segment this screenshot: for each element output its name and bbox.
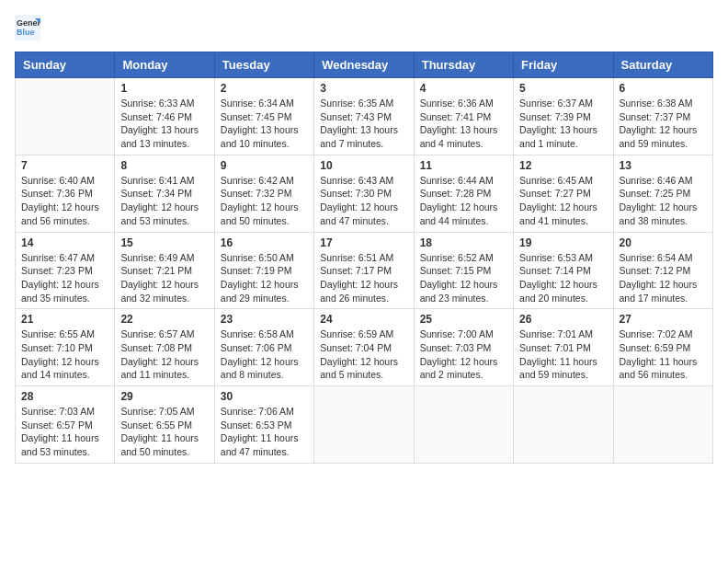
day-info: Sunrise: 6:59 AM Sunset: 7:04 PM Dayligh… [320,327,407,382]
day-info: Sunrise: 6:40 AM Sunset: 7:36 PM Dayligh… [21,174,108,228]
day-info: Sunrise: 6:41 AM Sunset: 7:34 PM Dayligh… [120,174,208,228]
day-info: Sunrise: 6:58 AM Sunset: 7:06 PM Dayligh… [221,327,308,382]
day-of-week-friday: Friday [514,52,613,78]
calendar-cell: 15Sunrise: 6:49 AM Sunset: 7:21 PM Dayli… [115,232,214,309]
day-info: Sunrise: 6:36 AM Sunset: 7:41 PM Dayligh… [420,97,507,151]
day-of-week-monday: Monday [115,52,214,78]
calendar-cell [414,386,513,464]
calendar-cell: 13Sunrise: 6:46 AM Sunset: 7:25 PM Dayli… [613,155,712,232]
day-info: Sunrise: 6:49 AM Sunset: 7:21 PM Dayligh… [120,251,208,305]
calendar-cell [514,386,613,464]
svg-text:Blue: Blue [17,28,35,37]
calendar-cell: 5Sunrise: 6:37 AM Sunset: 7:39 PM Daylig… [514,78,613,155]
day-number: 29 [120,390,208,403]
calendar-cell: 17Sunrise: 6:51 AM Sunset: 7:17 PM Dayli… [314,232,414,309]
calendar-cell: 7Sunrise: 6:40 AM Sunset: 7:36 PM Daylig… [16,155,115,232]
day-info: Sunrise: 6:42 AM Sunset: 7:32 PM Dayligh… [221,174,308,228]
day-number: 5 [519,82,607,95]
calendar-cell: 1Sunrise: 6:33 AM Sunset: 7:46 PM Daylig… [115,78,214,155]
day-info: Sunrise: 6:44 AM Sunset: 7:28 PM Dayligh… [420,174,507,228]
calendar-cell: 12Sunrise: 6:45 AM Sunset: 7:27 PM Dayli… [514,155,613,232]
day-info: Sunrise: 7:01 AM Sunset: 7:01 PM Dayligh… [519,327,607,382]
day-number: 7 [21,159,108,172]
day-info: Sunrise: 6:54 AM Sunset: 7:12 PM Dayligh… [620,251,707,305]
calendar-cell: 14Sunrise: 6:47 AM Sunset: 7:23 PM Dayli… [16,232,115,309]
calendar-cell: 8Sunrise: 6:41 AM Sunset: 7:34 PM Daylig… [115,155,214,232]
day-info: Sunrise: 6:37 AM Sunset: 7:39 PM Dayligh… [519,97,607,151]
day-of-week-wednesday: Wednesday [314,52,414,78]
day-info: Sunrise: 6:51 AM Sunset: 7:17 PM Dayligh… [320,251,407,305]
day-number: 9 [221,159,308,172]
calendar-cell: 16Sunrise: 6:50 AM Sunset: 7:19 PM Dayli… [214,232,313,309]
calendar-cell [16,78,115,155]
page-header: General Blue [15,15,713,40]
calendar-week-1: 1Sunrise: 6:33 AM Sunset: 7:46 PM Daylig… [16,78,713,155]
day-info: Sunrise: 6:46 AM Sunset: 7:25 PM Dayligh… [620,174,707,228]
calendar-week-3: 14Sunrise: 6:47 AM Sunset: 7:23 PM Dayli… [16,232,713,309]
day-number: 3 [320,82,407,95]
calendar-cell: 18Sunrise: 6:52 AM Sunset: 7:15 PM Dayli… [414,232,513,309]
calendar-cell: 9Sunrise: 6:42 AM Sunset: 7:32 PM Daylig… [214,155,313,232]
logo-icon: General Blue [15,15,40,40]
calendar-cell: 24Sunrise: 6:59 AM Sunset: 7:04 PM Dayli… [314,309,414,386]
day-number: 26 [519,313,607,326]
day-number: 19 [519,236,607,249]
day-of-week-sunday: Sunday [16,52,115,78]
day-number: 20 [620,236,707,249]
day-info: Sunrise: 6:52 AM Sunset: 7:15 PM Dayligh… [420,251,507,305]
calendar-cell: 21Sunrise: 6:55 AM Sunset: 7:10 PM Dayli… [16,309,115,386]
day-number: 11 [420,159,507,172]
calendar-cell: 27Sunrise: 7:02 AM Sunset: 6:59 PM Dayli… [613,309,712,386]
calendar: SundayMondayTuesdayWednesdayThursdayFrid… [15,52,713,464]
day-number: 2 [221,82,308,95]
calendar-cell: 25Sunrise: 7:00 AM Sunset: 7:03 PM Dayli… [414,309,513,386]
day-number: 8 [120,159,208,172]
calendar-cell: 19Sunrise: 6:53 AM Sunset: 7:14 PM Dayli… [514,232,613,309]
day-info: Sunrise: 6:53 AM Sunset: 7:14 PM Dayligh… [519,251,607,305]
day-info: Sunrise: 6:50 AM Sunset: 7:19 PM Dayligh… [221,251,308,305]
day-number: 17 [320,236,407,249]
calendar-week-4: 21Sunrise: 6:55 AM Sunset: 7:10 PM Dayli… [16,309,713,386]
day-info: Sunrise: 7:02 AM Sunset: 6:59 PM Dayligh… [620,327,707,382]
day-number: 12 [519,159,607,172]
day-info: Sunrise: 6:55 AM Sunset: 7:10 PM Dayligh… [21,327,108,382]
day-number: 1 [120,82,208,95]
day-number: 13 [620,159,707,172]
day-info: Sunrise: 6:33 AM Sunset: 7:46 PM Dayligh… [120,97,208,151]
day-info: Sunrise: 7:00 AM Sunset: 7:03 PM Dayligh… [420,327,507,382]
calendar-cell: 6Sunrise: 6:38 AM Sunset: 7:37 PM Daylig… [613,78,712,155]
day-info: Sunrise: 7:05 AM Sunset: 6:55 PM Dayligh… [120,405,208,459]
day-info: Sunrise: 6:43 AM Sunset: 7:30 PM Dayligh… [320,174,407,228]
calendar-cell: 28Sunrise: 7:03 AM Sunset: 6:57 PM Dayli… [16,386,115,464]
day-info: Sunrise: 6:35 AM Sunset: 7:43 PM Dayligh… [320,97,407,151]
day-number: 21 [21,313,108,326]
day-number: 14 [21,236,108,249]
day-of-week-thursday: Thursday [414,52,513,78]
day-info: Sunrise: 7:06 AM Sunset: 6:53 PM Dayligh… [221,405,308,459]
day-of-week-tuesday: Tuesday [214,52,313,78]
day-number: 15 [120,236,208,249]
calendar-cell: 2Sunrise: 6:34 AM Sunset: 7:45 PM Daylig… [214,78,313,155]
day-info: Sunrise: 6:47 AM Sunset: 7:23 PM Dayligh… [21,251,108,305]
day-number: 22 [120,313,208,326]
calendar-cell: 22Sunrise: 6:57 AM Sunset: 7:08 PM Dayli… [115,309,214,386]
calendar-cell: 20Sunrise: 6:54 AM Sunset: 7:12 PM Dayli… [613,232,712,309]
day-number: 16 [221,236,308,249]
day-info: Sunrise: 6:57 AM Sunset: 7:08 PM Dayligh… [120,327,208,382]
day-number: 6 [620,82,707,95]
day-number: 23 [221,313,308,326]
day-number: 28 [21,390,108,403]
day-info: Sunrise: 6:38 AM Sunset: 7:37 PM Dayligh… [620,97,707,151]
day-info: Sunrise: 6:34 AM Sunset: 7:45 PM Dayligh… [221,97,308,151]
day-number: 25 [420,313,507,326]
day-number: 4 [420,82,507,95]
day-number: 30 [221,390,308,403]
day-of-week-saturday: Saturday [613,52,712,78]
calendar-cell: 10Sunrise: 6:43 AM Sunset: 7:30 PM Dayli… [314,155,414,232]
calendar-cell: 3Sunrise: 6:35 AM Sunset: 7:43 PM Daylig… [314,78,414,155]
calendar-cell: 11Sunrise: 6:44 AM Sunset: 7:28 PM Dayli… [414,155,513,232]
calendar-cell: 29Sunrise: 7:05 AM Sunset: 6:55 PM Dayli… [115,386,214,464]
logo: General Blue [15,15,44,40]
calendar-header-row: SundayMondayTuesdayWednesdayThursdayFrid… [16,52,713,78]
calendar-cell [613,386,712,464]
